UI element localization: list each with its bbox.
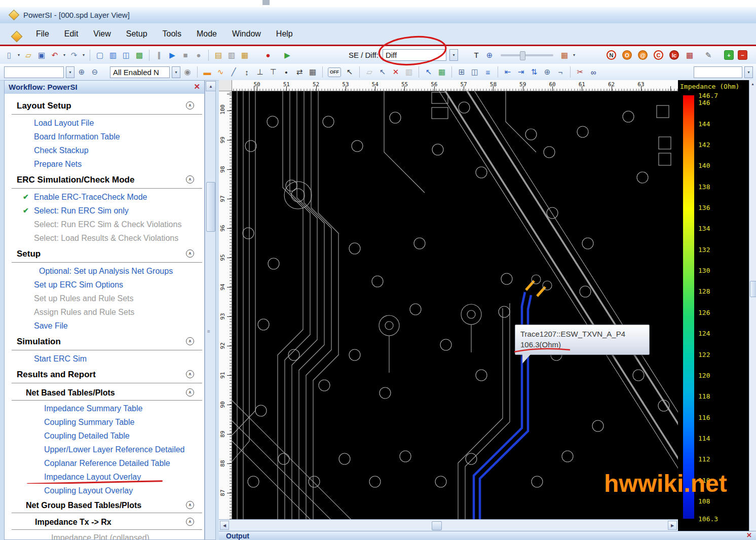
dim-vertical-icon[interactable]: ↕ (241, 66, 253, 78)
splitter-grip-icon[interactable]: ≡ (207, 328, 213, 335)
collapse-toggle-icon[interactable]: ∧ (186, 337, 194, 345)
duplicate-icon[interactable]: ▥ (403, 66, 415, 78)
delete-icon[interactable]: ✕ (390, 66, 402, 78)
output-panel-header[interactable]: Output ✕ (219, 531, 756, 540)
dropdown-caret-icon[interactable]: ▾ (744, 66, 753, 78)
zoom-search-icon[interactable]: ⊕ (483, 49, 496, 61)
menu-item-window[interactable]: Window (224, 27, 269, 41)
select-area-icon[interactable]: ▢ (94, 49, 106, 61)
workflow-item-load-layout-file[interactable]: Load Layout File (5, 116, 204, 130)
dropdown-caret-icon[interactable]: ▾ (81, 49, 86, 61)
measure-span-icon[interactable]: ⇅ (528, 66, 540, 78)
list-view-icon[interactable]: ≡ (482, 66, 494, 78)
remove-window-icon[interactable]: − (738, 50, 747, 60)
dropdown-caret-icon[interactable]: ▾ (572, 49, 577, 61)
remove-trace-icon[interactable]: ▬ (201, 66, 213, 78)
pan-view-icon[interactable]: ▥ (107, 49, 119, 61)
edit-report-icon[interactable]: ✎ (702, 49, 714, 61)
add-trace-icon[interactable]: ∿ (214, 66, 226, 78)
collapse-toggle-icon[interactable]: ∧ (186, 370, 194, 378)
collapse-toggle-icon[interactable]: ∧ (186, 388, 194, 397)
c-badge-icon[interactable]: C (654, 50, 663, 60)
dropdown-caret-icon[interactable]: ▾ (66, 66, 74, 78)
workflow-item-impedance-tx-rx[interactable]: Impedance Tx -> Rx∧ (12, 514, 202, 530)
workflow-item-check-stackup[interactable]: Check Stackup (5, 143, 204, 157)
dim-bottom-icon[interactable]: ⊥ (254, 66, 266, 78)
run-simulation-icon[interactable]: ▶ (166, 49, 178, 61)
find-icon[interactable]: ∞ (587, 66, 599, 78)
at-badge-icon[interactable]: @ (638, 50, 648, 60)
collapse-toggle-icon[interactable]: ∧ (186, 101, 194, 110)
export-data-icon[interactable]: ▦ (239, 49, 251, 61)
workflow-item-impedance-layout-overlay[interactable]: Impedance Layout Overlay (5, 470, 204, 484)
open-result-icon[interactable]: ▱ (363, 66, 375, 78)
collapse-toggle-icon[interactable]: ∧ (186, 175, 194, 184)
menu-item-help[interactable]: Help (269, 27, 300, 41)
o-badge-icon[interactable]: O (622, 50, 632, 60)
palette-grid-icon[interactable]: ▦ (436, 66, 448, 78)
zoom-out-icon[interactable]: ⊖ (89, 66, 101, 78)
workflow-item-enable-erc-tracecheck-mode[interactable]: Enable ERC-TraceCheck Mode✔ (5, 190, 204, 204)
dropdown-caret-icon[interactable]: ▾ (62, 49, 67, 61)
workflow-item-start-erc-sim[interactable]: Start ERC Sim (5, 352, 204, 366)
history-combo[interactable] (4, 66, 64, 78)
stop-simulation-icon[interactable]: ■ (179, 49, 192, 61)
horizontal-scrollbar[interactable]: ◀ ▶ (219, 519, 678, 531)
net-badge-icon[interactable]: N (607, 50, 616, 60)
workflow-item-net-group-based-tables-plots[interactable]: Net Group Based Tables/Plots∧ (12, 497, 202, 513)
workflow-item-results-and-report[interactable]: Results and Report∧ (12, 366, 202, 383)
measure-right-icon[interactable]: ⇥ (515, 66, 527, 78)
zoom-window-icon[interactable]: ◫ (120, 49, 132, 61)
layer-combo[interactable] (694, 66, 742, 78)
grid-icon[interactable]: ▦ (307, 66, 319, 78)
lock-icon[interactable]: ◉ (181, 66, 194, 78)
scroll-up-icon[interactable]: ▲ (750, 80, 755, 87)
workflow-item-select-run-erc-sim-only[interactable]: Select: Run ERC Sim only✔ (5, 204, 204, 218)
zoom-region-icon[interactable]: ⊕ (541, 66, 553, 78)
point-icon[interactable]: • (280, 66, 292, 78)
undo-icon[interactable]: ↶ (49, 49, 61, 61)
redo-icon[interactable]: ↷ (68, 49, 80, 61)
workflow-item-erc-simulation-check-mode[interactable]: ERC Simulation/Check Mode∧ (12, 171, 202, 189)
scrollbar-thumb[interactable] (750, 281, 756, 297)
scroll-up-icon[interactable]: ▲ (206, 81, 216, 91)
collapse-toggle-icon[interactable]: ∧ (186, 518, 194, 526)
workflow-item-coupling-detailed-table[interactable]: Coupling Detailed Table (5, 429, 204, 443)
menu-item-view[interactable]: View (86, 27, 118, 41)
scrollbar-thumb[interactable] (206, 182, 215, 232)
off-toggle[interactable]: OFF (328, 67, 341, 77)
scroll-left-icon[interactable]: ◀ (220, 521, 229, 530)
cursor-probe-icon[interactable]: ↖ (376, 66, 389, 78)
close-icon[interactable]: ✕ (746, 531, 752, 539)
menu-item-mode[interactable]: Mode (189, 27, 224, 41)
layer-image-icon[interactable]: ▩ (133, 49, 145, 61)
workflow-item-upper-lower-layer-reference-detailed[interactable]: Upper/Lower Layer Reference Detailed (5, 443, 204, 456)
net-filter-combo[interactable]: All Enabled N (110, 66, 170, 78)
diagonal-route-icon[interactable]: ╱ (228, 66, 240, 78)
fit-view-icon[interactable]: ⊕ (75, 66, 88, 78)
workflow-item-optional-set-up-analysis-net-groups[interactable]: Optional: Set up Analysis Net Groups (5, 264, 204, 278)
workflow-item-coplanar-reference-detailed-table[interactable]: Coplanar Reference Detailed Table (5, 456, 204, 470)
dropdown-caret-icon[interactable]: ▾ (449, 49, 458, 61)
snap-icon[interactable]: ¬ (554, 66, 566, 78)
se-diff-combo[interactable]: Diff (383, 49, 446, 61)
workflow-item-prepare-nets[interactable]: Prepare Nets (5, 157, 204, 171)
color-palette-icon[interactable]: ▦ (558, 49, 571, 61)
transparency-slider[interactable] (501, 54, 553, 56)
calendar-icon[interactable]: ▦ (684, 49, 696, 61)
workflow-item-net-based-tables-plots[interactable]: Net Based Tables/Plots∧ (12, 385, 202, 401)
cut-icon[interactable]: ✂ (574, 66, 586, 78)
workflow-item-setup[interactable]: Setup∧ (12, 245, 202, 263)
workflow-item-simulation[interactable]: Simulation∧ (12, 333, 202, 350)
vertical-scrollbar[interactable]: ▲ ▼ (749, 80, 756, 540)
new-document-icon[interactable]: ▯ (3, 49, 15, 61)
dropdown-caret-icon[interactable]: ▾ (172, 66, 180, 78)
overlay-window-icon[interactable]: ◫ (469, 66, 481, 78)
save-icon[interactable]: ▣ (35, 49, 48, 61)
menu-item-edit[interactable]: Edit (57, 27, 86, 41)
scrollbar-thumb[interactable] (432, 521, 442, 530)
workflow-item-save-file[interactable]: Save File (5, 319, 204, 333)
dropdown-caret-icon[interactable]: ▾ (16, 49, 21, 61)
scroll-right-icon[interactable]: ▶ (668, 521, 677, 530)
new-window-icon[interactable]: ⊞ (456, 66, 468, 78)
